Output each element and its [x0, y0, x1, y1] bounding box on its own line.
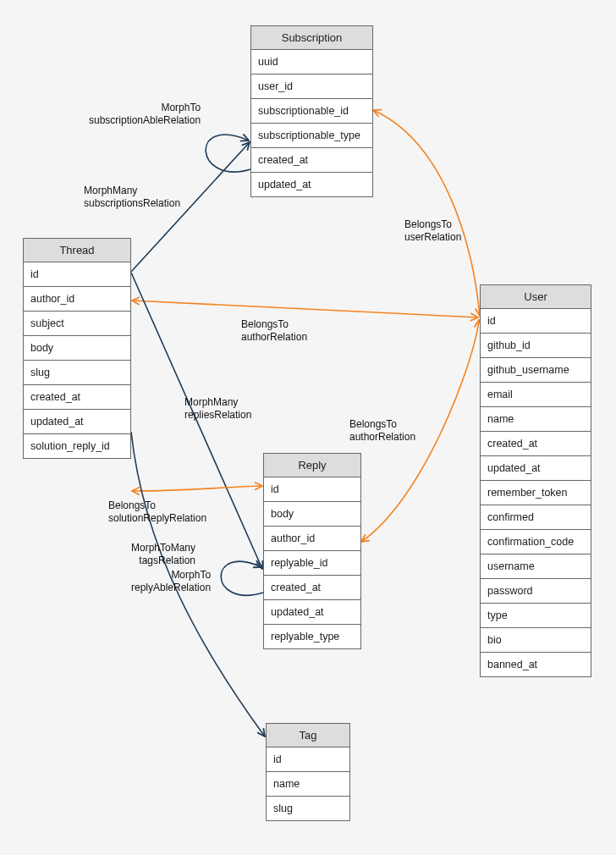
entity-subscription: Subscription uuid user_id subscriptionab… [250, 25, 373, 197]
label-morphto-replyable: MorphTo replyAbleRelation [131, 569, 211, 594]
label-belongsto-author-reply: BelongsTo authorRelation [349, 418, 415, 444]
field: uuid [251, 50, 372, 74]
label-morphtomany-tags: MorphToMany tagsRelation [131, 542, 195, 567]
field: github_username [481, 358, 591, 383]
rel-line1: BelongsTo [349, 418, 415, 431]
field: slug [24, 361, 130, 385]
field: body [264, 502, 360, 527]
field: author_id [264, 527, 360, 551]
rel-line1: MorphTo [89, 102, 201, 114]
field: slug [267, 797, 349, 820]
label-morphmany-replies: MorphMany repliesRelation [184, 396, 251, 422]
rel-line2: repliesRelation [184, 409, 251, 422]
rel-line2: tagsRelation [131, 554, 195, 567]
rel-line1: BelongsTo [404, 218, 461, 231]
field: updated_at [264, 600, 360, 625]
field: bio [481, 628, 591, 653]
field: subscriptionable_id [251, 99, 372, 124]
entity-title: Thread [24, 239, 130, 262]
field: remember_token [481, 481, 591, 505]
rel-line2: replyAbleRelation [131, 582, 211, 594]
entity-tag: Tag id name slug [266, 723, 350, 821]
field: id [264, 477, 360, 502]
field: id [24, 262, 130, 287]
entity-user: User id github_id github_username email … [480, 284, 591, 677]
field: body [24, 336, 130, 361]
rel-line1: MorphToMany [131, 542, 195, 554]
rel-line2: userRelation [404, 231, 461, 244]
rel-line2: solutionReplyRelation [108, 512, 206, 525]
rel-line1: MorphTo [131, 569, 211, 582]
rel-line2: authorRelation [349, 431, 415, 444]
field: confirmed [481, 505, 591, 530]
field: created_at [251, 148, 372, 173]
entity-reply: Reply id body author_id replyable_id cre… [263, 453, 361, 649]
rel-line1: BelongsTo [108, 499, 206, 512]
field: confirmation_code [481, 530, 591, 554]
field: username [481, 554, 591, 579]
rel-line1: MorphMany [184, 396, 251, 409]
field: user_id [251, 74, 372, 99]
field: email [481, 383, 591, 407]
entity-title: Subscription [251, 26, 372, 50]
field: name [267, 772, 349, 797]
field: name [481, 407, 591, 432]
field: author_id [24, 287, 130, 312]
label-belongsto-author-thread: BelongsTo authorRelation [241, 318, 307, 344]
field: created_at [24, 385, 130, 410]
entity-title: Tag [267, 724, 349, 747]
field: password [481, 579, 591, 604]
label-belongsto-user: BelongsTo userRelation [404, 218, 461, 244]
entity-title: Reply [264, 454, 360, 477]
rel-line1: BelongsTo [241, 318, 307, 331]
field: subject [24, 312, 130, 336]
field: id [481, 309, 591, 334]
rel-line2: subscriptionsRelation [84, 197, 180, 210]
entity-title: User [481, 285, 591, 309]
field: updated_at [481, 456, 591, 481]
field: subscriptionable_type [251, 124, 372, 148]
field: solution_reply_id [24, 434, 130, 458]
field: created_at [264, 576, 360, 600]
rel-line2: subscriptionAbleRelation [89, 114, 201, 127]
field: updated_at [251, 173, 372, 196]
field: updated_at [24, 410, 130, 434]
rel-line1: MorphMany [84, 185, 180, 197]
label-morphto-subscriptionable: MorphTo subscriptionAbleRelation [89, 102, 201, 127]
rel-line2: authorRelation [241, 331, 307, 344]
field: replyable_id [264, 551, 360, 576]
field: type [481, 604, 591, 628]
field: created_at [481, 432, 591, 456]
field: replyable_type [264, 625, 360, 648]
label-morphmany-subscriptions: MorphMany subscriptionsRelation [84, 185, 180, 210]
field: github_id [481, 334, 591, 358]
entity-thread: Thread id author_id subject body slug cr… [23, 238, 131, 459]
label-belongsto-solution: BelongsTo solutionReplyRelation [108, 499, 206, 525]
field: banned_at [481, 653, 591, 676]
field: id [267, 747, 349, 772]
